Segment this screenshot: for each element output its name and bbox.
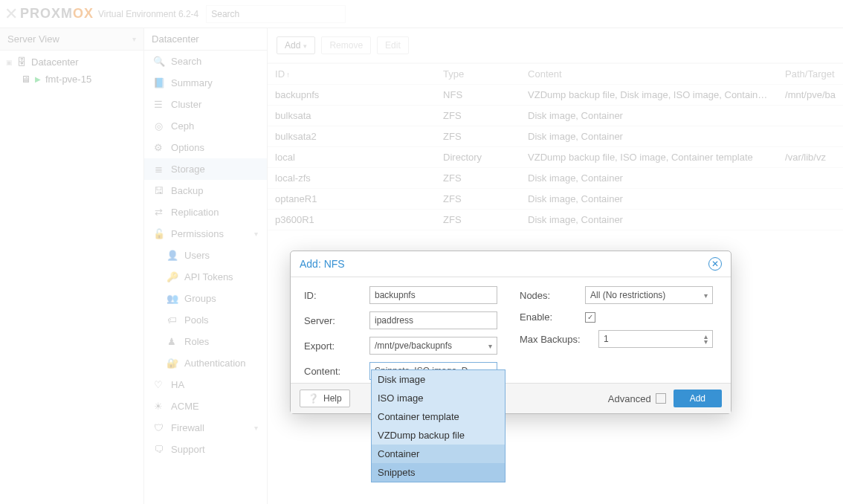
close-icon[interactable]: ✕ — [708, 257, 722, 271]
menu-label: Pools — [184, 314, 209, 326]
cell-path: /var/lib/vz — [778, 147, 843, 167]
menu-item-options[interactable]: ⚙Options — [144, 137, 267, 158]
table-row[interactable]: backupnfsNFSVZDump backup file, Disk ima… — [268, 85, 843, 106]
cell-content: Disk image, Container — [520, 126, 778, 146]
menu-item-firewall[interactable]: 🛡Firewall — [144, 417, 267, 439]
cell-path — [778, 189, 843, 209]
cell-path — [778, 126, 843, 146]
expand-icon: ▣ — [6, 59, 13, 66]
menu-item-users[interactable]: 👤Users — [144, 245, 267, 266]
advanced-checkbox[interactable] — [656, 393, 666, 404]
menu-icon: 👥 — [167, 293, 177, 304]
table-row[interactable]: p3600R1ZFSDisk image, Container — [268, 210, 843, 230]
nodes-select[interactable]: All (No restrictions) ▾ — [585, 286, 713, 304]
edit-storage-button[interactable]: Edit — [377, 36, 409, 54]
col-id[interactable]: ID↑ — [268, 64, 436, 84]
menu-label: Support — [171, 444, 205, 455]
menu-label: Firewall — [171, 422, 204, 433]
cell-content: VZDump backup file, ISO image, Container… — [520, 147, 778, 167]
node-icon: 🖥 — [21, 74, 30, 85]
dropdown-item-container[interactable]: Container — [372, 445, 505, 463]
remove-storage-button[interactable]: Remove — [321, 36, 371, 54]
dropdown-item-container-template[interactable]: Container template — [372, 407, 505, 426]
menu-item-acme[interactable]: ☀ACME — [144, 395, 267, 417]
cell-id: p3600R1 — [268, 210, 436, 230]
content-menu-panel: Datacenter 🔍Search📘Summary☰Cluster◎Ceph⚙… — [144, 28, 268, 504]
menu-label: Roles — [184, 336, 209, 347]
menu-item-roles[interactable]: ♟Roles — [144, 331, 267, 352]
menu-item-support[interactable]: 🗨Support — [144, 439, 267, 460]
dropdown-item-disk-image[interactable]: Disk image — [372, 370, 505, 389]
cell-type: NFS — [436, 85, 520, 105]
content-breadcrumb: Datacenter — [144, 28, 267, 51]
top-search-input[interactable] — [206, 5, 346, 23]
maxbackups-stepper[interactable]: 1 ▴▾ — [598, 330, 713, 348]
dropdown-item-snippets[interactable]: Snippets — [372, 463, 505, 482]
menu-item-groups[interactable]: 👥Groups — [144, 288, 267, 309]
add-button[interactable]: Add — [674, 390, 722, 407]
menu-item-authentication[interactable]: 🔐Authentication — [144, 352, 267, 374]
menu-icon: ◎ — [153, 120, 164, 132]
logo-x-icon: ✕ — [4, 4, 18, 24]
menu-item-cluster[interactable]: ☰Cluster — [144, 94, 267, 115]
col-type[interactable]: Type — [436, 64, 520, 84]
brand-text: O — [40, 6, 51, 21]
table-row[interactable]: bulksata2ZFSDisk image, Container — [268, 126, 843, 147]
menu-icon: 👤 — [167, 250, 177, 261]
table-row[interactable]: local-zfsZFSDisk image, Container — [268, 168, 843, 189]
cell-path: /mnt/pve/ba — [778, 85, 843, 105]
cell-id: optaneR1 — [268, 189, 436, 209]
menu-item-replication[interactable]: ⇄Replication — [144, 201, 267, 223]
cell-id: bulksata2 — [268, 126, 436, 146]
menu-item-ha[interactable]: ♡HA — [144, 374, 267, 395]
cell-type: ZFS — [436, 168, 520, 188]
menu-icon: 🏷 — [167, 314, 177, 326]
add-storage-button[interactable]: Add▾ — [277, 36, 315, 54]
label-server: Server: — [304, 315, 364, 326]
table-row[interactable]: optaneR1ZFSDisk image, Container — [268, 189, 843, 210]
cell-path — [778, 210, 843, 230]
dropdown-item-iso-image[interactable]: ISO image — [372, 389, 505, 407]
server-input[interactable] — [369, 311, 497, 329]
spin-down-icon[interactable]: ▾ — [704, 339, 708, 344]
chevron-down-icon: ▾ — [704, 291, 708, 300]
tree-root-datacenter[interactable]: ▣ 🗄 Datacenter — [0, 54, 143, 71]
left-view-label: Server View — [7, 33, 59, 45]
dialog-footer: ❔Help Advanced Add — [291, 383, 731, 413]
menu-icon: 🖫 — [153, 185, 164, 196]
add-button-label: Add — [285, 40, 300, 51]
table-row[interactable]: localDirectoryVZDump backup file, ISO im… — [268, 147, 843, 168]
menu-label: Groups — [184, 293, 216, 304]
table-row[interactable]: bulksataZFSDisk image, Container — [268, 106, 843, 126]
menu-item-pools[interactable]: 🏷Pools — [144, 309, 267, 331]
menu-item-summary[interactable]: 📘Summary — [144, 72, 267, 94]
help-button[interactable]: ❔Help — [300, 390, 350, 407]
nodes-value: All (No restrictions) — [590, 290, 665, 300]
menu-item-permissions[interactable]: 🔓Permissions — [144, 223, 267, 245]
cell-type: ZFS — [436, 126, 520, 146]
menu-icon: 📘 — [153, 77, 164, 88]
menu-icon: ☰ — [153, 99, 164, 110]
chevron-down-icon: ▾ — [132, 35, 136, 43]
left-view-select[interactable]: Server View ▾ — [0, 28, 143, 51]
menu-icon: 🔑 — [167, 271, 177, 282]
dialog-titlebar: Add: NFS ✕ — [291, 251, 731, 277]
enable-checkbox[interactable]: ✓ — [585, 312, 595, 323]
menu-label: ACME — [171, 401, 199, 412]
menu-item-storage[interactable]: ≣Storage — [144, 158, 267, 180]
dropdown-item-vzdump-backup-file[interactable]: VZDump backup file — [372, 426, 505, 445]
col-path[interactable]: Path/Target — [778, 64, 843, 84]
export-select[interactable]: /mnt/pve/backupnfs ▾ — [369, 337, 497, 355]
help-icon: ❔ — [308, 393, 319, 404]
id-input[interactable] — [369, 286, 497, 304]
menu-item-search[interactable]: 🔍Search — [144, 51, 267, 72]
menu-item-api-tokens[interactable]: 🔑API Tokens — [144, 266, 267, 288]
export-value: /mnt/pve/backupnfs — [375, 340, 452, 351]
menu-item-backup[interactable]: 🖫Backup — [144, 180, 267, 201]
topbar: ✕ PROXMOX Virtual Environment 6.2-4 — [0, 0, 843, 28]
tree-node-fmt-pve-15[interactable]: 🖥 ▶ fmt-pve-15 — [0, 71, 143, 88]
col-content[interactable]: Content — [520, 64, 778, 84]
menu-label: Users — [184, 250, 210, 261]
cell-path — [778, 168, 843, 188]
menu-item-ceph[interactable]: ◎Ceph — [144, 115, 267, 137]
